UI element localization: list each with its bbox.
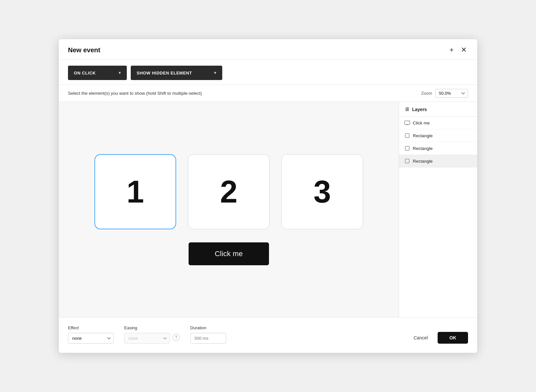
dialog-header: New event + ✕ [59, 39, 477, 60]
layer-rect-3-label: Rectangle [413, 159, 433, 164]
trigger-dropdown[interactable]: ON CLICK ▾ [68, 66, 127, 80]
svg-rect-0 [405, 121, 410, 124]
layers-title: Layers [412, 107, 427, 112]
action-chevron-icon: ▾ [214, 71, 216, 75]
effect-label: Effect [68, 325, 114, 330]
easing-group: Easing none ease-in ease-out ? [124, 325, 180, 344]
zoom-area: Zoom 50.0% 25.0% 75.0% 100.0% [421, 89, 468, 98]
easing-label: Easing [124, 325, 180, 330]
trigger-chevron-icon: ▾ [119, 71, 121, 75]
layer-rect-2-label: Rectangle [413, 146, 433, 151]
footer: Effect none fade slide Easing none ease-… [59, 317, 477, 353]
ok-button[interactable]: OK [438, 332, 468, 344]
close-button[interactable]: ✕ [460, 46, 468, 54]
zoom-select[interactable]: 50.0% 25.0% 75.0% 100.0% [435, 89, 468, 98]
svg-rect-1 [405, 134, 409, 138]
layer-click-me-label: Click me [413, 121, 430, 125]
cards-row: 1 2 3 [94, 154, 363, 229]
rectangle-icon-3 [404, 158, 410, 164]
duration-label: Duration [190, 325, 226, 330]
layer-item-click-me[interactable]: Click me [399, 117, 477, 129]
footer-buttons: Cancel OK [408, 332, 468, 344]
svg-rect-3 [405, 159, 409, 163]
layer-rect-1-label: Rectangle [413, 133, 433, 138]
card-2[interactable]: 2 [188, 154, 270, 229]
card-3-number: 3 [313, 174, 331, 210]
duration-group: Duration [190, 325, 226, 344]
rectangle-icon-2 [404, 145, 410, 151]
card-3[interactable]: 3 [281, 154, 363, 229]
svg-rect-2 [405, 146, 409, 150]
footer-controls: Effect none fade slide Easing none ease-… [68, 325, 226, 344]
card-2-number: 2 [220, 174, 237, 210]
easing-select[interactable]: none ease-in ease-out [124, 333, 170, 344]
help-icon[interactable]: ? [173, 334, 180, 341]
effect-select[interactable]: none fade slide [68, 333, 114, 344]
layers-header: 🖥 Layers [399, 102, 477, 117]
card-1-number: 1 [126, 174, 144, 210]
click-me-button[interactable]: Click me [189, 242, 269, 265]
easing-row: none ease-in ease-out ? [124, 333, 180, 344]
screen-icon [404, 120, 410, 126]
zoom-label: Zoom [421, 91, 432, 96]
instruction-text: Select the element(s) you want to show (… [68, 91, 202, 96]
layer-item-rect-2[interactable]: Rectangle [399, 142, 477, 155]
rectangle-icon-1 [404, 133, 410, 139]
add-button[interactable]: + [448, 46, 455, 54]
layer-item-rect-3[interactable]: Rectangle [399, 155, 477, 168]
toolbar-row: ON CLICK ▾ SHOW HIDDEN ELEMENT ▾ [59, 60, 477, 85]
instruction-row: Select the element(s) you want to show (… [59, 85, 477, 102]
duration-input[interactable] [190, 333, 226, 344]
layer-item-rect-1[interactable]: Rectangle [399, 129, 477, 142]
layers-panel: 🖥 Layers Click me Rectangle Rectangle [399, 102, 477, 317]
new-event-dialog: New event + ✕ ON CLICK ▾ SHOW HIDDEN ELE… [59, 39, 477, 353]
monitor-icon: 🖥 [404, 106, 410, 112]
cancel-button[interactable]: Cancel [408, 332, 434, 344]
main-area: 1 2 3 Click me 🖥 Layers Click m [59, 102, 477, 317]
card-1[interactable]: 1 [94, 154, 176, 229]
effect-group: Effect none fade slide [68, 325, 114, 344]
canvas-area: 1 2 3 Click me [59, 102, 399, 317]
dialog-title: New event [68, 46, 100, 54]
action-dropdown[interactable]: SHOW HIDDEN ELEMENT ▾ [131, 66, 222, 80]
header-actions: + ✕ [448, 46, 468, 54]
